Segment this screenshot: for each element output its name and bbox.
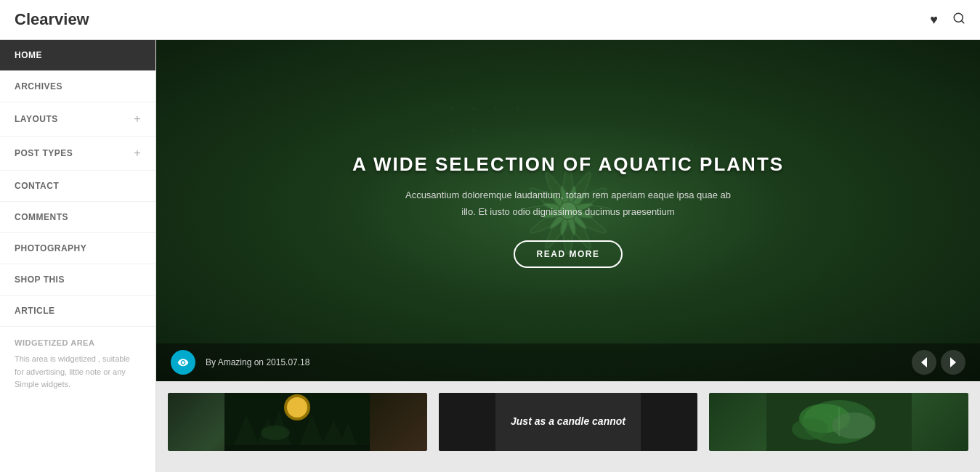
card-3-thumbnail [709,393,968,451]
sidebar-item-article-label: ARTICLE [15,306,55,316]
sidebar-item-home-label: HOME [15,50,42,60]
card-2-overlay-text: Just as a candle cannot [505,409,631,435]
slider-author: By Amazing on 2015.07.18 [206,357,912,367]
sidebar-item-home[interactable]: HOME [0,40,155,71]
header-icons: ♥ [930,12,965,28]
sidebar-item-layouts[interactable]: LAYOUTS + [0,102,155,137]
hero-subtitle: Accusantium doloremque laudantium, totam… [401,187,735,219]
main-layout: HOME ARCHIVES LAYOUTS + POST TYPES + CON… [0,40,980,472]
svg-point-54 [792,418,828,440]
sidebar-item-photography[interactable]: PHOTOGRAPHY [0,233,155,264]
svg-line-1 [961,20,963,23]
sidebar-item-post-types[interactable]: POST TYPES + [0,137,155,171]
sidebar-item-comments-label: COMMENTS [15,212,68,222]
sidebar-item-shop-this[interactable]: SHOP THIS [0,264,155,296]
sidebar-item-article[interactable]: ARTICLE [0,296,155,327]
slider-prev-button[interactable] [912,350,936,375]
eye-icon-button[interactable] [171,350,195,375]
svg-point-53 [832,412,875,439]
card-2[interactable]: Just as a candle cannot [439,393,698,451]
card-1[interactable] [168,393,427,451]
hero-slider: A WIDE SELECTION OF AQUATIC PLANTS Accus… [156,40,980,381]
sidebar: HOME ARCHIVES LAYOUTS + POST TYPES + CON… [0,40,156,472]
card-2-thumbnail: Just as a candle cannot [439,393,698,451]
site-title: Clearview [15,10,930,29]
sidebar-item-archives-label: ARCHIVES [15,81,62,91]
card-3[interactable] [709,393,968,451]
cards-section: Just as a candle cannot [156,381,980,451]
search-icon[interactable] [952,12,965,28]
sidebar-item-shop-this-label: SHOP THIS [15,274,65,285]
card-1-thumbnail [168,393,427,451]
read-more-button[interactable]: READ MORE [514,240,623,268]
svg-point-48 [261,426,290,440]
sidebar-item-comments[interactable]: COMMENTS [0,202,155,233]
hero-text-overlay: A WIDE SELECTION OF AQUATIC PLANTS Accus… [156,40,980,381]
sidebar-item-contact[interactable]: CONTACT [0,171,155,202]
sidebar-item-archives[interactable]: ARCHIVES [0,71,155,102]
svg-point-39 [287,397,307,418]
heart-icon[interactable]: ♥ [930,12,938,28]
sidebar-item-photography-label: PHOTOGRAPHY [15,243,86,253]
card-2-text-overlay: Just as a candle cannot [439,393,698,451]
hero-title: A WIDE SELECTION OF AQUATIC PLANTS [352,153,784,176]
main-content: A WIDE SELECTION OF AQUATIC PLANTS Accus… [156,40,980,472]
sidebar-item-post-types-label: POST TYPES [15,148,73,158]
layouts-expand-icon[interactable]: + [134,113,141,126]
widgetized-description: This area is widgetized , suitable for a… [15,353,141,391]
slider-navigation [912,350,965,375]
widgetized-area: WIDGETIZED AREA This area is widgetized … [0,327,155,403]
widgetized-title: WIDGETIZED AREA [15,338,141,347]
slider-bottom-bar: By Amazing on 2015.07.18 [156,343,980,381]
site-header: Clearview ♥ [0,0,980,40]
slider-next-button[interactable] [941,350,965,375]
sidebar-item-contact-label: CONTACT [15,181,59,191]
sidebar-item-layouts-label: LAYOUTS [15,114,58,124]
svg-rect-47 [224,445,370,451]
post-types-expand-icon[interactable]: + [134,147,141,160]
